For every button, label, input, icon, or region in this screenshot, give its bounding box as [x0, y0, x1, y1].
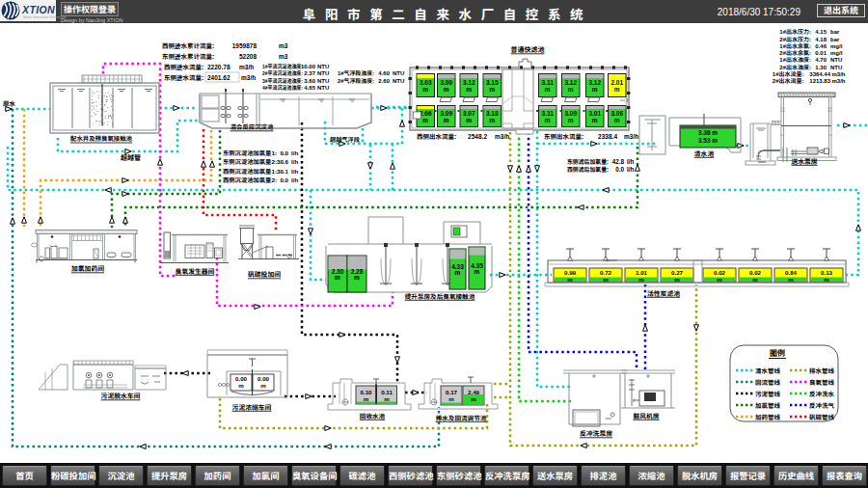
- svg-text:东侧沉淀池加氯量2:: 东侧沉淀池加氯量2:: [223, 158, 277, 165]
- svg-text:m: m: [364, 395, 369, 402]
- svg-text:l/h: l/h: [627, 158, 634, 165]
- svg-text:NTU: NTU: [317, 85, 329, 91]
- svg-text:m: m: [545, 117, 551, 123]
- svg-text:1213.83: 1213.83: [809, 78, 830, 84]
- svg-text:30.1: 30.1: [277, 168, 289, 175]
- svg-text:m: m: [614, 86, 620, 93]
- svg-text:m: m: [238, 382, 244, 389]
- svg-text:0.0: 0.0: [280, 149, 288, 156]
- svg-text:排水管线: 排水管线: [809, 367, 835, 374]
- svg-text:回流管线: 回流管线: [755, 379, 781, 386]
- svg-text:m: m: [752, 276, 758, 283]
- svg-text:0.84: 0.84: [785, 269, 798, 276]
- svg-text:3364.44: 3364.44: [809, 71, 830, 77]
- svg-text:西侧滤后加氯量:: 西侧滤后加氯量:: [567, 166, 609, 173]
- svg-text:反冲洗气: 反冲洗气: [809, 402, 835, 409]
- svg-text:0.02: 0.02: [714, 269, 726, 276]
- svg-text:m: m: [466, 86, 472, 93]
- svg-text:m: m: [444, 117, 449, 123]
- svg-text:m: m: [638, 276, 644, 283]
- svg-text:2401.62: 2401.62: [207, 74, 231, 81]
- svg-text:2220.78: 2220.78: [207, 64, 231, 70]
- svg-text:m: m: [592, 86, 598, 93]
- svg-text:0.0: 0.0: [280, 176, 288, 183]
- svg-text:西侧进水流量:: 西侧进水流量:: [164, 64, 203, 71]
- svg-text:西侧沉淀池加氯量1:: 西侧沉淀池加氯量1:: [223, 168, 277, 175]
- svg-text:m3: m3: [279, 42, 288, 49]
- svg-text:l/h: l/h: [291, 149, 298, 156]
- svg-text:2.60: 2.60: [378, 78, 390, 84]
- svg-text:0.00: 0.00: [258, 375, 270, 382]
- svg-text:2.49: 2.49: [468, 389, 480, 395]
- svg-text:m: m: [568, 86, 574, 93]
- svg-text:m: m: [568, 117, 574, 123]
- svg-text:2.37: 2.37: [304, 70, 315, 76]
- svg-text:超越管: 超越管: [121, 154, 141, 161]
- svg-text:东侧进水流量:: 东侧进水流量:: [164, 74, 203, 82]
- svg-text:东侧进水累计流量:: 东侧进水累计流量:: [162, 53, 214, 61]
- svg-text:4.60: 4.60: [378, 70, 390, 76]
- svg-text:bar: bar: [830, 29, 840, 35]
- svg-text:mg/l: mg/l: [830, 50, 843, 56]
- svg-text:反冲洗水: 反冲洗水: [809, 391, 835, 397]
- svg-text:2548.2: 2548.2: [468, 133, 487, 140]
- svg-text:l/h: l/h: [627, 166, 634, 173]
- svg-text:l/h: l/h: [291, 158, 298, 165]
- svg-text:排水及回流调节池: 排水及回流调节池: [436, 415, 487, 421]
- svg-text:m: m: [717, 276, 722, 283]
- svg-text:m: m: [260, 382, 266, 389]
- svg-text:加药管线: 加药管线: [755, 414, 781, 420]
- svg-text:m: m: [335, 274, 340, 281]
- svg-text:m3/h: m3/h: [239, 64, 254, 70]
- svg-text:1.30: 1.30: [815, 65, 827, 70]
- svg-text:4.65: 4.65: [304, 85, 315, 91]
- svg-text:西侧沉淀池加氯量2:: 西侧沉淀池加氯量2:: [223, 176, 277, 183]
- svg-text:1#出水余氯:: 1#出水余氯:: [779, 42, 811, 49]
- svg-text:0.00: 0.00: [235, 375, 248, 382]
- svg-text:m: m: [455, 269, 461, 276]
- svg-text:0.0: 0.0: [615, 166, 624, 173]
- svg-text:清水管线: 清水管线: [755, 367, 781, 374]
- svg-text:m: m: [674, 276, 680, 283]
- svg-text:提升泵房及后臭氧接触池: 提升泵房及后臭氧接触池: [405, 293, 475, 300]
- svg-text:52208: 52208: [239, 53, 257, 60]
- svg-text:0.99: 0.99: [564, 269, 577, 276]
- svg-text:m: m: [824, 276, 829, 283]
- svg-text:m: m: [448, 395, 454, 402]
- svg-text:清水池: 清水池: [694, 150, 715, 157]
- svg-text:加氯加药间: 加氯加药间: [71, 265, 104, 272]
- svg-text:2338.4: 2338.4: [598, 133, 617, 140]
- svg-text:2#出水浊度:: 2#出水浊度:: [779, 64, 811, 70]
- svg-text:m: m: [603, 276, 609, 283]
- svg-text:回收水池: 回收水池: [360, 413, 386, 420]
- svg-text:NTU: NTU: [393, 78, 404, 84]
- svg-text:m: m: [545, 86, 551, 93]
- svg-text:NTU: NTU: [317, 64, 329, 69]
- svg-text:0.10: 0.10: [360, 389, 372, 395]
- svg-text:4.18: 4.18: [815, 37, 827, 42]
- svg-text:西侧出水流量:: 西侧出水流量:: [417, 133, 456, 140]
- svg-text:4.70: 4.70: [815, 57, 827, 63]
- svg-text:2#出水压力:: 2#出水压力:: [779, 36, 811, 42]
- svg-text:0.13: 0.13: [821, 269, 833, 276]
- svg-text:混合反应沉淀池: 混合反应沉淀池: [231, 123, 274, 130]
- svg-text:4#平流沉淀池浊度:: 4#平流沉淀池浊度:: [262, 84, 303, 91]
- svg-text:m: m: [489, 117, 495, 123]
- svg-text:l/h: l/h: [291, 168, 298, 175]
- svg-text:NTU: NTU: [830, 65, 842, 70]
- svg-text:NTU: NTU: [393, 70, 404, 76]
- svg-text:西侧进水累计流量:: 西侧进水累计流量:: [162, 42, 214, 50]
- svg-text:m: m: [422, 86, 428, 93]
- svg-text:1#出水压力:: 1#出水压力:: [779, 28, 811, 35]
- svg-text:1#出水浊度:: 1#出水浊度:: [779, 56, 811, 63]
- svg-text:m3/h: m3/h: [241, 74, 256, 81]
- svg-text:m3/h: m3/h: [832, 71, 846, 77]
- svg-text:m3/h: m3/h: [832, 78, 846, 84]
- svg-text:臭氧发生器间: 臭氧发生器间: [176, 268, 215, 275]
- svg-text:1#气浮段浊度:: 1#气浮段浊度:: [338, 69, 374, 76]
- svg-text:m: m: [471, 395, 476, 402]
- svg-text:2#平流沉淀池浊度:: 2#平流沉淀池浊度:: [262, 69, 303, 76]
- svg-text:3.53 m: 3.53 m: [698, 137, 718, 144]
- svg-text:鼓风机房: 鼓风机房: [633, 413, 659, 420]
- svg-text:东侧沉淀池加氯量1:: 东侧沉淀池加氯量1:: [223, 149, 277, 156]
